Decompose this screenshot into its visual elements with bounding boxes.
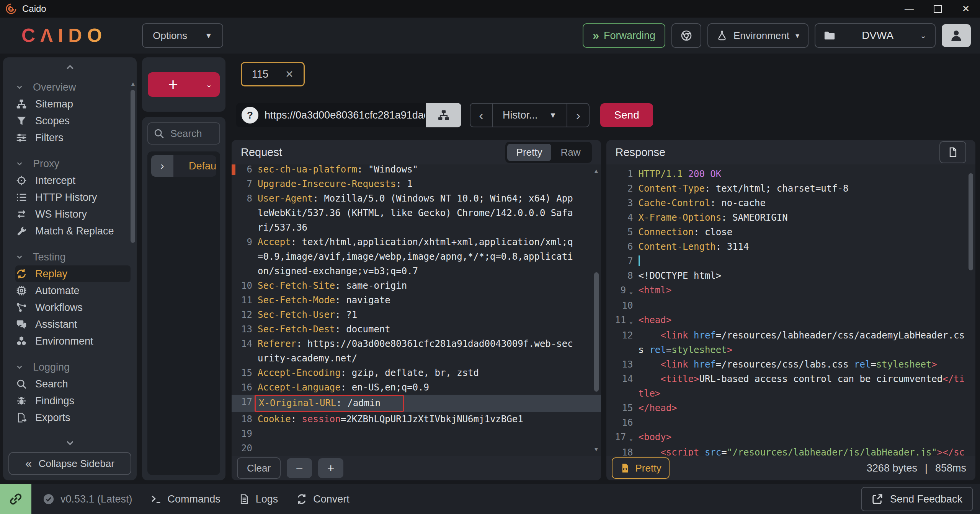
new-session-button[interactable]: + ⌄ <box>148 72 220 97</box>
scrollbar-thumb[interactable] <box>969 173 973 270</box>
clear-button[interactable]: Clear <box>237 457 281 479</box>
url-input[interactable] <box>264 109 426 122</box>
scroll-down-arrow[interactable]: ▼ <box>593 446 599 453</box>
request-panel-header: Request Pretty Raw <box>232 140 601 164</box>
line-number: 6 <box>232 164 258 177</box>
sidebar-group-header-overview[interactable]: Overview <box>15 79 133 96</box>
options-button[interactable]: Options ▼ <box>142 23 223 48</box>
browser-button[interactable] <box>671 23 701 48</box>
project-name: DVWA <box>862 29 893 42</box>
sidebar-item-http-history[interactable]: HTTP History <box>15 189 133 206</box>
sidebar-item-intercept[interactable]: Intercept <box>15 172 133 189</box>
minimize-button[interactable]: — <box>895 0 923 18</box>
send-feedback-button[interactable]: Send Feedback <box>861 487 973 511</box>
maximize-button[interactable] <box>923 0 952 18</box>
expand-group-button[interactable]: › <box>151 155 173 177</box>
collapse-sidebar-button[interactable]: « Collapse Sidebar <box>8 452 131 475</box>
version-indicator[interactable]: v0.53.1 (Latest) <box>43 493 132 505</box>
sidebar-item-match-replace[interactable]: Match & Replace <box>15 223 133 239</box>
request-view-toggle: Pretty Raw <box>505 142 592 163</box>
scrollbar-thumb[interactable] <box>131 90 135 243</box>
history-back-button[interactable]: ‹ <box>470 104 492 127</box>
line-number: 2 <box>606 181 639 196</box>
response-line-14: 14 <title>URL-based access control can b… <box>606 372 976 401</box>
line-content: Accept: text/html,application/xhtml+xml,… <box>258 235 601 278</box>
sidebar-item-scopes[interactable]: Scopes <box>15 112 133 129</box>
export-response-button[interactable] <box>939 141 966 163</box>
help-icon[interactable]: ? <box>242 107 258 124</box>
sidebar-item-sitemap[interactable]: Sitemap <box>15 96 133 112</box>
forwarding-button[interactable]: » Forwarding <box>583 23 665 48</box>
sidebar-group-header-proxy[interactable]: Proxy <box>15 155 133 172</box>
automate-icon <box>16 285 28 296</box>
session-group-row[interactable]: › Defau <box>151 155 216 177</box>
sidebar-item-environment[interactable]: Environment <box>15 333 133 350</box>
double-chevron-right-icon: » <box>593 29 598 42</box>
metrics-separator: | <box>925 462 928 474</box>
sessions-search[interactable] <box>147 122 220 145</box>
logs-button[interactable]: Logs <box>239 493 278 505</box>
sidebar-group-header-logging[interactable]: Logging <box>15 359 133 376</box>
sessions-search-input[interactable] <box>170 127 214 140</box>
response-line-3: 3Cache-Control: no-cache <box>606 196 976 210</box>
session-tab-active[interactable]: 115 ✕ <box>241 62 305 86</box>
sidebar-item-workflows[interactable]: Workflows <box>15 299 133 316</box>
sidebar-scrollbar[interactable]: ▲ <box>130 80 136 243</box>
sidebar-item-findings[interactable]: Findings <box>15 392 133 409</box>
chevron-down-icon: ▾ <box>795 31 799 40</box>
scroll-up-arrow[interactable]: ▲ <box>593 168 599 174</box>
sidebar: ▲ OverviewSitemapScopesFiltersProxyInter… <box>0 54 137 484</box>
sidebar-scroll-down[interactable] <box>8 434 131 452</box>
sidebar-group-header-testing[interactable]: Testing <box>15 249 133 265</box>
sidebar-item-automate[interactable]: Automate <box>15 282 133 299</box>
line-content: <script src="/resources/labheader/js/lab… <box>639 445 976 456</box>
convert-arrows-icon <box>296 494 307 504</box>
sidebar-item-exports[interactable]: Exports <box>15 409 133 426</box>
response-scrollbar[interactable] <box>968 168 974 453</box>
history-forward-button[interactable]: › <box>567 104 589 127</box>
fold-toggle-icon[interactable]: ⌄ <box>629 317 633 325</box>
fold-toggle-icon[interactable]: ⌄ <box>629 434 633 442</box>
convert-button[interactable]: Convert <box>296 493 350 505</box>
scrollbar-thumb[interactable] <box>594 272 599 392</box>
sidebar-scroll-up[interactable] <box>3 57 137 77</box>
sidebar-item-assistant[interactable]: Assistant <box>15 316 133 333</box>
close-tab-icon[interactable]: ✕ <box>285 68 294 80</box>
increase-font-button[interactable]: + <box>318 458 343 478</box>
sidebar-item-replay[interactable]: Replay <box>15 265 131 282</box>
fold-toggle-icon[interactable]: ⌄ <box>629 287 633 295</box>
sidebar-item-filters[interactable]: Filters <box>15 129 133 146</box>
line-number: 19 <box>232 426 258 441</box>
send-button[interactable]: Send <box>600 103 653 127</box>
decrease-font-button[interactable]: − <box>287 458 312 478</box>
response-viewer[interactable]: 1HTTP/1.1 200 OK2Content-Type: text/html… <box>606 164 976 456</box>
line-number: 15 <box>232 366 258 380</box>
connection-status-button[interactable] <box>0 484 31 514</box>
sidebar-item-label: Assistant <box>35 319 77 330</box>
request-editor[interactable]: 6sec-ch-ua-platform: "Windows"7Upgrade-I… <box>232 164 601 456</box>
raw-toggle[interactable]: Raw <box>551 144 590 161</box>
sessions-panel: › Defau <box>142 117 225 480</box>
pretty-toggle[interactable]: Pretty <box>507 144 552 161</box>
replay-icon <box>16 268 28 279</box>
project-selector[interactable]: DVWA ⌄ <box>815 23 936 48</box>
sidebar-group-logging: LoggingSearchFindingsExports <box>15 359 133 426</box>
text-cursor <box>639 255 640 266</box>
commands-button[interactable]: Commands <box>151 493 220 505</box>
chevron-down-icon[interactable]: ⌄ <box>198 80 220 89</box>
sitemap-link-button[interactable] <box>426 103 461 127</box>
environment-selector[interactable]: Environment ▾ <box>707 23 808 48</box>
caido-app-icon <box>5 3 17 15</box>
close-button[interactable]: ✕ <box>952 0 980 18</box>
line-number: 12 <box>232 307 258 322</box>
scroll-up-arrow[interactable]: ▲ <box>130 80 136 87</box>
history-dropdown[interactable]: Histor... ▼ <box>492 104 567 127</box>
account-button[interactable] <box>942 24 971 47</box>
request-scrollbar[interactable]: ▲ ▼ <box>593 168 599 453</box>
sidebar-item-label: Intercept <box>35 175 75 187</box>
sidebar-item-ws-history[interactable]: WS History <box>15 206 133 223</box>
sidebar-item-label: Environment <box>35 335 93 347</box>
sidebar-item-search[interactable]: Search <box>15 376 133 392</box>
response-pretty-button[interactable]: Pretty <box>612 457 670 479</box>
version-label: v0.53.1 (Latest) <box>60 493 132 505</box>
